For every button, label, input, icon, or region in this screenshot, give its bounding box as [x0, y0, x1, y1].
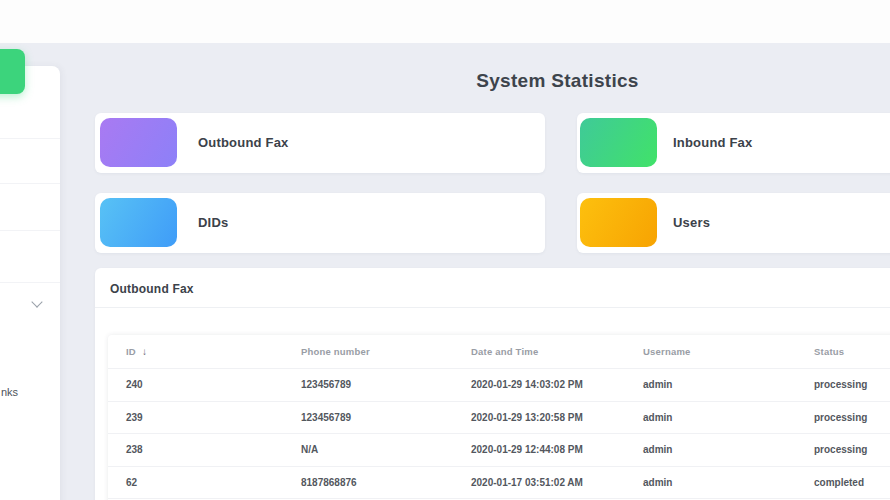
- section-divider: [95, 307, 890, 308]
- cell-status: processing: [796, 368, 890, 401]
- column-header-datetime[interactable]: Date and Time: [453, 335, 625, 368]
- sidebar-divider: [0, 230, 60, 231]
- cell-datetime: 2020-01-29 12:44:08 PM: [453, 433, 625, 466]
- cell-username: admin: [625, 466, 796, 498]
- cell-username: admin: [625, 433, 796, 466]
- cell-id: 240: [108, 368, 283, 401]
- sidebar-divider: [0, 183, 60, 184]
- table-header-row: ID↓ Phone number Date and Time Username …: [108, 335, 890, 368]
- column-header-id[interactable]: ID↓: [108, 335, 283, 368]
- column-header-username[interactable]: Username: [625, 335, 796, 368]
- cell-phone: 8187868876: [283, 466, 453, 498]
- sidebar: [0, 66, 60, 500]
- sort-descending-icon: ↓: [142, 346, 147, 357]
- stat-card-label: DIDs: [198, 193, 228, 253]
- outbound-fax-tile-icon: [100, 118, 177, 167]
- cell-id: 239: [108, 401, 283, 433]
- cell-datetime: 2020-01-29 13:20:58 PM: [453, 401, 625, 433]
- table-row[interactable]: 239 123456789 2020-01-29 13:20:58 PM adm…: [108, 401, 890, 433]
- dids-tile-icon: [100, 198, 177, 247]
- cell-id: 62: [108, 466, 283, 498]
- stat-card-label: Inbound Fax: [673, 113, 752, 173]
- cell-phone: 123456789: [283, 368, 453, 401]
- table-row[interactable]: 238 N/A 2020-01-29 12:44:08 PM admin pro…: [108, 433, 890, 466]
- page-title: System Statistics: [95, 70, 890, 92]
- sidebar-divider: [0, 282, 60, 283]
- inbound-fax-tile-icon: [580, 118, 657, 167]
- stat-card-label: Outbound Fax: [198, 113, 289, 173]
- outbound-fax-section: Outbound Fax ID↓ Phone number Date and T…: [95, 268, 890, 500]
- cell-phone: N/A: [283, 433, 453, 466]
- outbound-fax-table: ID↓ Phone number Date and Time Username …: [108, 335, 890, 500]
- cell-username: admin: [625, 368, 796, 401]
- cell-datetime: 2020-01-17 03:51:02 AM: [453, 466, 625, 498]
- stat-card-label: Users: [673, 193, 710, 253]
- cell-id: 238: [108, 433, 283, 466]
- table-row[interactable]: 240 123456789 2020-01-29 14:03:02 PM adm…: [108, 368, 890, 401]
- cell-username: admin: [625, 401, 796, 433]
- column-header-phone[interactable]: Phone number: [283, 335, 453, 368]
- stat-card-dids[interactable]: DIDs: [95, 193, 545, 253]
- users-tile-icon: [580, 198, 657, 247]
- cell-datetime: 2020-01-29 14:03:02 PM: [453, 368, 625, 401]
- cell-status: processing: [796, 433, 890, 466]
- cell-status: processing: [796, 401, 890, 433]
- table-row[interactable]: 62 8187868876 2020-01-17 03:51:02 AM adm…: [108, 466, 890, 498]
- cell-status: completed: [796, 466, 890, 498]
- column-header-status[interactable]: Status: [796, 335, 890, 368]
- stat-card-users[interactable]: Users: [577, 193, 890, 253]
- stat-card-outbound-fax[interactable]: Outbound Fax: [95, 113, 545, 173]
- section-title: Outbound Fax: [110, 282, 194, 296]
- app-logo[interactable]: [0, 49, 25, 94]
- sidebar-item-partial[interactable]: nks: [1, 386, 18, 398]
- cell-phone: 123456789: [283, 401, 453, 433]
- stat-card-inbound-fax[interactable]: Inbound Fax: [577, 113, 890, 173]
- sidebar-divider: [0, 138, 60, 139]
